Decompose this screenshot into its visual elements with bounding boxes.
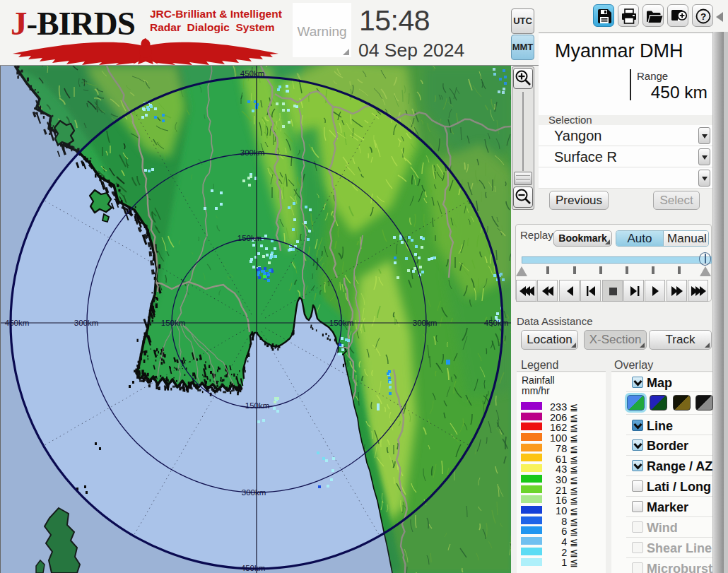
svg-text:300km: 300km (240, 148, 265, 157)
svg-text:150km: 150km (245, 401, 270, 410)
svg-text:150km: 150km (237, 234, 262, 242)
svg-text:300km: 300km (413, 319, 438, 327)
svg-text:300km: 300km (242, 488, 266, 497)
svg-text:?: ? (700, 11, 706, 22)
svg-text:450km: 450km (5, 319, 30, 327)
svg-text:450km: 450km (241, 564, 266, 572)
svg-text:150km: 150km (161, 319, 186, 327)
svg-text:300km: 300km (74, 319, 99, 327)
svg-text:450km: 450km (484, 319, 509, 327)
svg-text:150km: 150km (329, 319, 354, 327)
svg-text:450km: 450km (240, 69, 265, 78)
